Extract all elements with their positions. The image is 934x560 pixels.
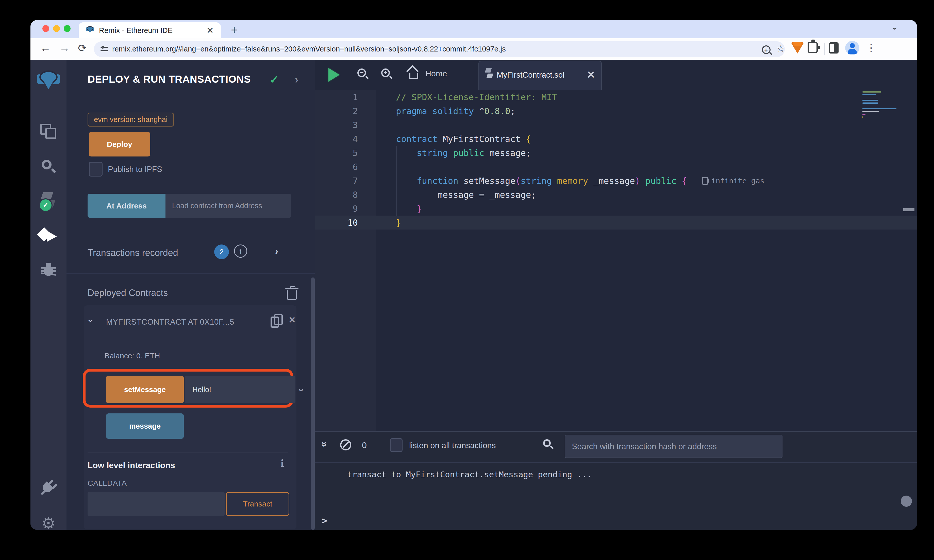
toolbar-divider xyxy=(824,43,825,55)
minimap[interactable] xyxy=(862,91,898,119)
code-line[interactable]: 9 } xyxy=(315,202,917,215)
transactions-recorded-row[interactable]: Transactions recorded 2 i › xyxy=(66,235,315,274)
deployed-contracts-label: Deployed Contracts xyxy=(88,288,168,298)
search-icon[interactable] xyxy=(31,159,66,175)
transactions-chevron-icon[interactable]: › xyxy=(275,246,278,257)
code-text: } xyxy=(396,218,401,228)
transact-button[interactable]: Transact xyxy=(226,492,289,516)
reload-icon[interactable]: ⟳ xyxy=(78,42,87,54)
file-tab[interactable]: MyFirstContract.sol ✕ xyxy=(478,61,602,90)
icon-rail: ✓ ⚙ xyxy=(31,60,66,530)
tab-search-chevron-icon[interactable]: › xyxy=(890,27,900,30)
extensions-icon[interactable] xyxy=(808,42,818,53)
file-explorer-icon[interactable] xyxy=(31,124,66,140)
profile-avatar[interactable] xyxy=(845,41,859,55)
traffic-light-close[interactable] xyxy=(42,25,49,32)
panel-title: DEPLOY & RUN TRANSACTIONS xyxy=(88,74,251,85)
code-text: pragma solidity ^0.8.0; xyxy=(396,106,515,116)
remix-app: ✓ ⚙ DEPLOY & RUN TRANSACTIONS ✓ › evm ve… xyxy=(31,60,917,530)
panel-scrollbar[interactable] xyxy=(311,277,315,530)
calldata-input[interactable] xyxy=(88,492,225,516)
code-line[interactable]: 7 function setMessage(string memory _mes… xyxy=(315,174,917,188)
terminal-prompt[interactable]: > xyxy=(322,515,327,526)
browser-tab-strip: Remix - Ethereum IDE ✕ + › xyxy=(31,20,917,38)
plugin-manager-icon[interactable] xyxy=(31,479,66,496)
terminal-search-input[interactable] xyxy=(565,435,783,458)
at-address-button[interactable]: At Address xyxy=(88,194,165,218)
set-message-button[interactable]: setMessage xyxy=(106,376,184,403)
zoom-out-icon[interactable]: − xyxy=(358,68,366,77)
copy-address-icon[interactable] xyxy=(271,314,284,328)
terminal-scroll-nub[interactable] xyxy=(901,495,912,507)
info-icon[interactable]: i xyxy=(234,245,247,258)
zoom-page-icon[interactable]: + xyxy=(762,45,771,54)
set-message-input[interactable] xyxy=(185,376,296,403)
code-text: // SPDX-License-Identifier: MIT xyxy=(396,92,557,102)
indent-guide xyxy=(396,146,397,215)
contract-title: MYFIRSTCONTRACT AT 0X10F...5 xyxy=(106,317,264,327)
kebab-menu-icon[interactable]: ⋮ xyxy=(866,42,876,54)
code-text: function setMessage(string memory _messa… xyxy=(396,176,687,186)
deploy-button[interactable]: Deploy xyxy=(89,132,150,157)
deploy-run-icon[interactable] xyxy=(31,228,66,246)
panel-check-icon: ✓ xyxy=(270,73,279,86)
at-address-input[interactable] xyxy=(165,194,291,218)
remix-logo-icon[interactable] xyxy=(31,71,66,92)
browser-tab[interactable]: Remix - Ethereum IDE ✕ xyxy=(79,22,221,38)
trash-icon[interactable] xyxy=(287,288,297,300)
terminal-toolbar: » 0 listen on all transactions xyxy=(315,432,917,463)
home-icon[interactable] xyxy=(408,67,421,80)
line-number: 1 xyxy=(315,92,358,102)
compile-success-badge: ✓ xyxy=(39,198,52,212)
url-bar[interactable]: remix.ethereum.org/#lang=en&optimize=fal… xyxy=(94,42,785,57)
collapse-terminal-icon[interactable]: » xyxy=(319,441,330,445)
transactions-count-badge: 2 xyxy=(214,245,229,259)
message-getter-button[interactable]: message xyxy=(106,414,184,439)
terminal-output: transact to MyFirstContract.setMessage p… xyxy=(347,470,592,479)
bookmark-star-icon[interactable]: ☆ xyxy=(777,43,785,54)
code-line[interactable]: 4contract MyFirstContract { xyxy=(315,132,917,146)
site-settings-icon[interactable] xyxy=(100,46,108,52)
back-icon[interactable]: ← xyxy=(40,42,51,54)
url-text[interactable]: remix.ethereum.org/#lang=en&optimize=fal… xyxy=(112,45,732,53)
traffic-light-zoom[interactable] xyxy=(64,25,71,32)
low-level-info-icon[interactable]: i xyxy=(281,457,284,469)
metamask-extension-icon[interactable] xyxy=(791,42,804,54)
traffic-light-minimize[interactable] xyxy=(53,25,60,32)
run-script-icon[interactable] xyxy=(328,68,340,82)
code-line[interactable]: 3 xyxy=(315,118,917,132)
deployed-contract-card: › MYFIRSTCONTRACT AT 0X10F...5 × Balance… xyxy=(84,305,296,529)
publish-ipfs-checkbox[interactable] xyxy=(89,162,103,177)
settings-gear-icon[interactable]: ⚙ xyxy=(31,514,66,530)
home-tab-label[interactable]: Home xyxy=(425,69,447,78)
close-file-icon[interactable]: ✕ xyxy=(587,69,595,81)
code-line[interactable]: 8 message = _message; xyxy=(315,188,917,202)
forward-icon[interactable]: → xyxy=(59,42,70,54)
zoom-in-icon[interactable]: + xyxy=(381,68,390,77)
code-line[interactable]: 1// SPDX-License-Identifier: MIT xyxy=(315,90,917,104)
code-line[interactable]: 2pragma solidity ^0.8.0; xyxy=(315,104,917,118)
editor-code[interactable]: 1// SPDX-License-Identifier: MIT2pragma … xyxy=(315,90,917,431)
code-text: message = _message; xyxy=(396,190,536,200)
card-divider xyxy=(88,452,288,452)
editor-area: − + Home MyFirstContract.sol ✕ 1// SPDX-… xyxy=(315,60,917,530)
contract-collapse-chevron-icon[interactable]: › xyxy=(86,319,96,322)
pending-count: 0 xyxy=(362,440,367,450)
side-panel-icon[interactable] xyxy=(829,42,838,54)
code-line[interactable]: 10} xyxy=(315,215,917,229)
expand-args-chevron-icon[interactable]: › xyxy=(296,389,307,392)
close-tab-icon[interactable]: ✕ xyxy=(207,25,214,35)
low-level-title: Low level interactions xyxy=(88,461,175,470)
line-number: 10 xyxy=(315,218,358,228)
solidity-compiler-icon[interactable]: ✓ xyxy=(31,192,66,210)
remove-contract-icon[interactable]: × xyxy=(289,314,296,326)
code-line[interactable]: 6 xyxy=(315,160,917,174)
file-tab-label: MyFirstContract.sol xyxy=(497,71,564,80)
clear-console-icon[interactable] xyxy=(340,439,351,451)
new-tab-button[interactable]: + xyxy=(231,24,237,36)
deploy-run-panel: DEPLOY & RUN TRANSACTIONS ✓ › evm versio… xyxy=(66,60,315,530)
listen-transactions-checkbox[interactable] xyxy=(390,438,402,452)
panel-chevron-icon[interactable]: › xyxy=(295,74,298,85)
debugger-icon[interactable] xyxy=(31,263,66,278)
code-line[interactable]: 5 string public message; xyxy=(315,146,917,160)
